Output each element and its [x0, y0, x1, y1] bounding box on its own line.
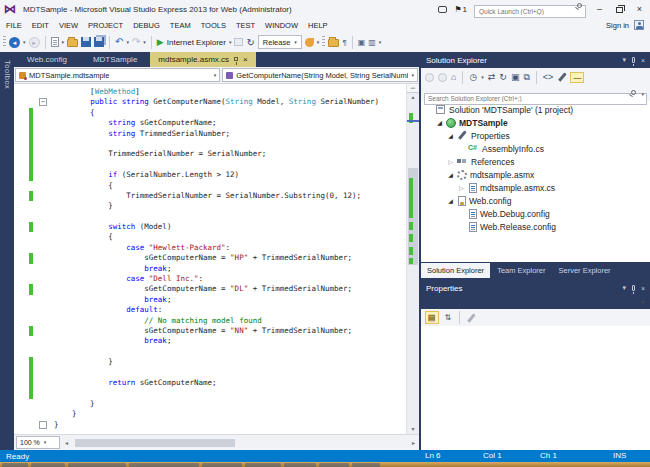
code-line-31[interactable]: }	[14, 409, 406, 419]
code-line-25[interactable]	[14, 347, 406, 357]
feedback-icon[interactable]	[438, 6, 447, 13]
browse-target-caret-icon[interactable]: ▾	[229, 40, 232, 45]
code-line-27[interactable]	[14, 368, 406, 378]
tree-item-mdtsample-asmx-cs[interactable]: ▷mdtsample.asmx.cs	[421, 181, 650, 194]
code-line-17[interactable]: break;	[14, 264, 406, 274]
code-line-13[interactable]: switch (Model)	[14, 222, 406, 232]
code-line-8[interactable]: if (SerialNumber.Length > 12)	[14, 170, 406, 180]
property-pages-icon[interactable]	[466, 313, 475, 323]
tree-item-mdtsample[interactable]: ◢MDTSample	[421, 116, 650, 129]
show-all-files-icon[interactable]: ⧉	[523, 72, 529, 82]
format-button[interactable]: ¶	[342, 38, 346, 47]
scroll-left-button[interactable]: ◂	[65, 435, 68, 450]
menu-team[interactable]: TEAM	[170, 21, 191, 30]
undo-caret-icon[interactable]: ▾	[126, 40, 129, 45]
tree-item-solution-mdtsample-1-project[interactable]: Solution 'MDTSample' (1 project)	[421, 103, 650, 116]
navigate-forward-button[interactable]: ▸	[29, 37, 40, 48]
code-line-24[interactable]: break;	[14, 336, 406, 346]
notifications-flag-icon[interactable]: ⚑1	[454, 5, 467, 14]
menu-debug[interactable]: DEBUG	[133, 21, 160, 30]
close-tab-icon[interactable]: ×	[243, 56, 248, 64]
expander-open-icon[interactable]: ◢	[436, 119, 443, 126]
code-line-23[interactable]: sGetComputerName = "NN" + TrimmedSerialN…	[14, 326, 406, 336]
solution-configuration-select[interactable]: Release▾	[258, 35, 302, 49]
redo-caret-icon[interactable]: ▾	[143, 40, 146, 45]
new-file-caret-icon[interactable]: ▾	[62, 40, 65, 45]
code-line-22[interactable]: // No matching model found	[14, 316, 406, 326]
alphabetical-sort-button[interactable]: ⇅	[443, 311, 454, 324]
collapse-all-icon[interactable]: ▣	[511, 72, 520, 82]
code-line-15[interactable]: case "Hewlett-Packard":	[14, 243, 406, 253]
code-line-7[interactable]	[14, 160, 406, 170]
sync-with-active-document-icon[interactable]: ⇄	[488, 72, 496, 82]
outline-box-icon[interactable]	[39, 421, 47, 429]
member-dropdown[interactable]: GetComputerName(String Model, String Ser…	[222, 68, 418, 82]
tree-item-references[interactable]: ▷References	[421, 155, 650, 168]
code-line-30[interactable]: }	[14, 399, 406, 409]
menu-window[interactable]: WINDOW	[265, 21, 298, 30]
undo-button[interactable]: ↶	[115, 37, 123, 47]
view-code-icon[interactable]: <>	[543, 72, 554, 82]
code-line-0[interactable]: [WebMethod]	[14, 87, 406, 97]
solution-explorer-search-input[interactable]	[424, 93, 647, 105]
categorized-view-button[interactable]: ▤	[425, 311, 439, 324]
code-line-6[interactable]: TrimmedSerialNumber = SerialNumber;	[14, 149, 406, 159]
menu-view[interactable]: VIEW	[59, 21, 78, 30]
se-back-button[interactable]	[425, 73, 434, 82]
code-line-19[interactable]: sGetComputerName = "DL" + TrimmedSerialN…	[14, 284, 406, 294]
toolbar-grip[interactable]	[3, 36, 6, 48]
properties-header[interactable]: Properties ▾ ×	[421, 280, 650, 296]
redo-button[interactable]: ↷	[132, 37, 140, 47]
collapse-region-icon[interactable]: −	[39, 98, 47, 106]
windows-taskbar[interactable]	[0, 462, 650, 467]
panel-tab-server-explorer[interactable]: Server Explorer	[552, 263, 616, 278]
toolbar-grip-2[interactable]	[322, 36, 325, 48]
refresh-button[interactable]: ↻	[246, 37, 254, 48]
toolbar-overflow-button-2[interactable]: ▾	[379, 41, 382, 44]
quick-launch-input[interactable]	[474, 5, 586, 18]
horizontal-scrollbar[interactable]: ◂ ▸	[63, 435, 417, 450]
tree-item-mdtsample-asmx[interactable]: ◢mdtsample.asmx	[421, 168, 650, 181]
scroll-right-button[interactable]: ▸	[412, 435, 415, 450]
save-button[interactable]	[81, 37, 91, 47]
editor-zoom-select[interactable]: 100 % ▾	[16, 436, 60, 449]
code-line-26[interactable]: }	[14, 357, 406, 367]
menu-help[interactable]: HELP	[308, 21, 328, 30]
code-line-5[interactable]	[14, 139, 406, 149]
expander-open-icon[interactable]: ◢	[447, 197, 454, 204]
expander-open-icon[interactable]: ◢	[447, 132, 454, 139]
new-file-button[interactable]	[51, 37, 59, 47]
menu-tools[interactable]: TOOLS	[201, 21, 226, 30]
expander-open-icon[interactable]: ◢	[447, 171, 454, 178]
auto-hide-pin-icon[interactable]	[632, 285, 635, 291]
code-line-14[interactable]: {	[14, 232, 406, 242]
properties-object-select[interactable]: ▾	[421, 296, 650, 309]
menu-edit[interactable]: EDIT	[32, 21, 49, 30]
save-all-button[interactable]	[94, 37, 104, 47]
uncomment-button[interactable]: ▥	[368, 38, 376, 47]
toolbox-collapsed-tab[interactable]: Toolbox	[0, 52, 14, 450]
code-line-20[interactable]: break;	[14, 295, 406, 305]
toolbox-items-button[interactable]	[328, 39, 339, 47]
tree-item-web-config[interactable]: ◢Web.config	[421, 194, 650, 207]
solution-explorer-header[interactable]: Solution Explorer ▾ ×	[421, 52, 650, 68]
code-line-2[interactable]: {	[14, 108, 406, 118]
code-line-3[interactable]: string sGetComputerName;	[14, 118, 406, 128]
tree-item-properties[interactable]: ◢Properties	[421, 129, 650, 142]
tree-item-web-debug-config[interactable]: Web.Debug.config	[421, 207, 650, 220]
code-line-21[interactable]: default:	[14, 305, 406, 315]
vertical-scrollbar[interactable]: ═ ▴ ▾	[406, 84, 419, 434]
minimize-button[interactable]: –	[593, 1, 606, 17]
scroll-down-button[interactable]: ▾	[407, 425, 419, 434]
code-line-18[interactable]: case "Dell Inc.":	[14, 274, 406, 284]
code-line-29[interactable]	[14, 388, 406, 398]
home-icon[interactable]: ⌂	[451, 72, 456, 82]
tree-item-assemblyinfo-cs[interactable]: AssemblyInfo.cs	[421, 142, 650, 155]
expander-closed-icon[interactable]: ▷	[447, 158, 454, 165]
menu-project[interactable]: PROJECT	[88, 21, 123, 30]
window-position-caret-icon[interactable]: ▾	[622, 56, 626, 64]
close-panel-icon[interactable]: ×	[641, 57, 645, 64]
close-panel-icon[interactable]: ×	[641, 285, 645, 292]
type-dropdown[interactable]: MDTSample.mdtsample ▾	[15, 68, 220, 82]
code-line-11[interactable]: }	[14, 201, 406, 211]
